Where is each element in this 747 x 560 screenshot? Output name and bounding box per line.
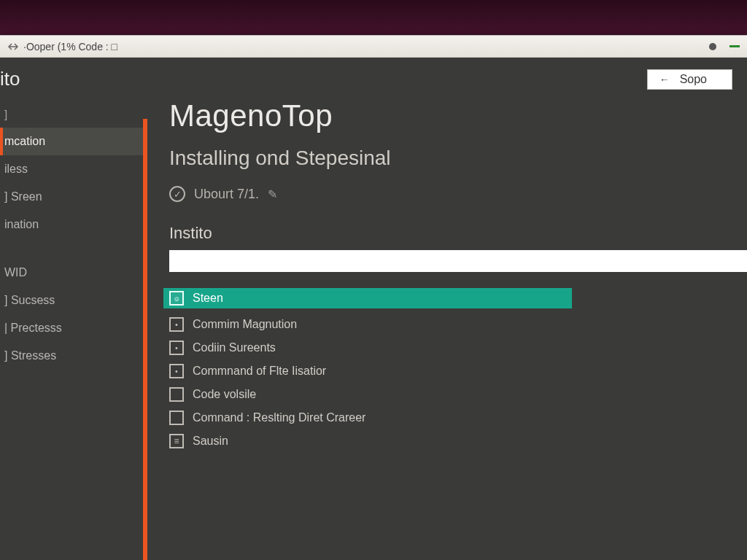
app-window: ·Ooper (1% Code : □ ito ] mcation iless … <box>0 35 747 560</box>
sidebar-item-label: | Prectesss <box>4 322 62 334</box>
list-item[interactable]: • Codiin Sureents <box>169 341 578 355</box>
list-item-label: Commnand of Flte Iisatior <box>193 365 326 378</box>
search-input[interactable] <box>169 250 747 272</box>
sidebar-item-label: ] Stresses <box>4 349 56 362</box>
back-pill-label: Sopo <box>680 73 707 86</box>
main-panel: Sopo MagenoTop Installing ond Stepesinal… <box>147 58 747 560</box>
window-titlebar[interactable]: ·Ooper (1% Code : □ <box>0 36 747 58</box>
list-item-label: Code volsile <box>193 388 256 401</box>
badge-icon: ⌾ <box>169 291 184 306</box>
meta-row: ✓ Ubourt 7/1. ✎ <box>169 186 747 202</box>
sidebar-brand: ito <box>0 58 143 101</box>
sidebar-item-label: mcation <box>4 135 45 147</box>
list-item[interactable]: Comnand : Reslting Diret Crareer <box>169 411 578 425</box>
meta-text: Ubourt 7/1. <box>194 187 259 202</box>
app-icon <box>7 41 19 52</box>
list-item-label: Steen <box>193 292 223 305</box>
page-subtitle: Installing ond Stepesinal <box>169 147 747 170</box>
window-controls <box>709 43 740 50</box>
content-area: ito ] mcation iless ] Sreen ination WID … <box>0 58 747 560</box>
sidebar-item[interactable]: ination <box>0 211 143 238</box>
sidebar-item-label: ] <box>4 108 7 120</box>
checkbox-icon <box>169 411 184 425</box>
list-lines-icon <box>169 434 184 448</box>
sidebar-item[interactable]: WID <box>0 259 143 287</box>
sidebar-item-label: ination <box>4 218 39 230</box>
back-pill-button[interactable]: Sopo <box>647 69 732 90</box>
sidebar-item[interactable]: | Prectesss <box>0 314 143 342</box>
option-list: ⌾ Steen • Commim Magnution • Codiin Sure… <box>169 288 578 448</box>
box-icon: • <box>169 341 184 355</box>
list-item[interactable]: • Commim Magnution <box>169 317 578 332</box>
list-item[interactable]: Sausin <box>169 434 578 448</box>
box-icon: • <box>169 364 184 378</box>
sidebar-item-active[interactable]: mcation <box>0 128 143 155</box>
sidebar: ito ] mcation iless ] Sreen ination WID … <box>0 58 143 560</box>
box-icon: • <box>169 317 184 332</box>
list-item[interactable]: • Commnand of Flte Iisatior <box>169 364 578 378</box>
sidebar-item[interactable]: ] Sucsess <box>0 287 143 314</box>
list-item-label: Codiin Sureents <box>193 341 276 354</box>
check-circle-icon: ✓ <box>169 186 185 202</box>
sidebar-item-label: WID <box>4 266 27 279</box>
list-item-highlight[interactable]: ⌾ Steen <box>163 288 572 308</box>
checkbox-icon <box>169 387 184 402</box>
list-item-label: Comnand : Reslting Diret Crareer <box>193 411 365 424</box>
window-minimize-icon[interactable] <box>729 45 740 47</box>
sidebar-item[interactable]: ] Sreen <box>0 183 143 211</box>
sidebar-item-label: iless <box>4 163 28 175</box>
sidebar-item[interactable]: ] <box>0 101 143 128</box>
desktop-menubar-area <box>0 0 747 35</box>
list-item-label: Sausin <box>193 435 228 448</box>
pencil-icon[interactable]: ✎ <box>268 187 277 201</box>
sidebar-item-label: ] Sreen <box>4 190 42 203</box>
sidebar-item[interactable]: ] Stresses <box>0 342 143 370</box>
sidebar-item[interactable]: iless <box>0 155 143 183</box>
page-title: MagenoTop <box>169 98 747 133</box>
window-title: ·Ooper (1% Code : □ <box>23 41 117 52</box>
list-item[interactable]: Code volsile <box>169 387 578 402</box>
window-control-dot[interactable] <box>709 43 716 50</box>
list-item-label: Commim Magnution <box>193 318 297 331</box>
sidebar-item-label: ] Sucsess <box>4 294 55 306</box>
section-label: Instito <box>169 224 747 243</box>
